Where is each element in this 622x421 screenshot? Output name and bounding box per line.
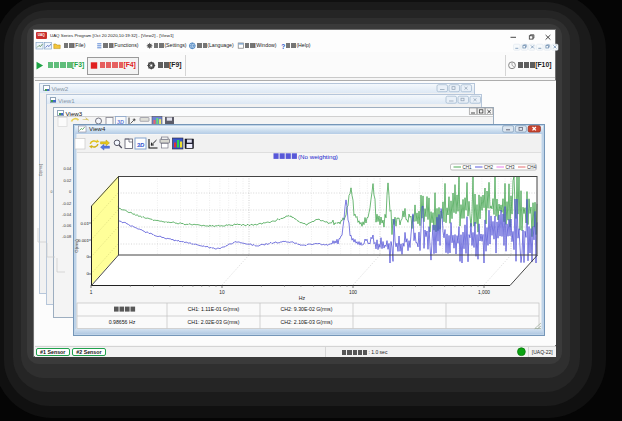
svg-text:?: ?	[281, 43, 285, 50]
